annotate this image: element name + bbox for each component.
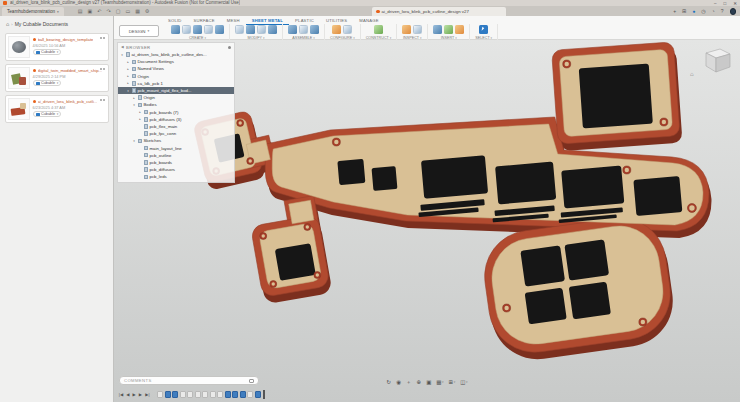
timeline-feature[interactable] [165, 391, 171, 398]
browser-tree-item[interactable]: ▸Document Settings [118, 58, 234, 65]
pan-icon[interactable]: ＋ [406, 379, 412, 386]
ribbon-group-label[interactable]: INSERT ▾ [441, 36, 457, 40]
construction-plane-icon[interactable] [374, 25, 383, 34]
undo-icon[interactable]: ↶ [97, 8, 101, 14]
timeline-feature[interactable] [195, 391, 201, 398]
unfold-icon[interactable] [246, 25, 255, 34]
look-at-icon[interactable]: ◉ [396, 379, 401, 386]
browser-tree-item[interactable]: ▾Bodies [118, 101, 234, 108]
timeline-position-marker[interactable] [263, 390, 265, 399]
collapse-panel-icon[interactable]: ◀ [121, 45, 124, 49]
expand-arrow[interactable]: ▸ [138, 117, 142, 121]
section-analysis-icon[interactable] [413, 25, 422, 34]
ribbon-group-label[interactable]: INSPECT ▾ [403, 36, 421, 40]
orbit-icon[interactable]: ↻ [387, 379, 392, 386]
timeline-feature[interactable] [202, 391, 208, 398]
file-menu-icon[interactable]: ▤ [78, 8, 83, 14]
timeline-feature[interactable] [225, 391, 231, 398]
timeline-feature[interactable] [180, 391, 186, 398]
bend-icon[interactable] [193, 25, 202, 34]
expand-arrow[interactable]: ▾ [132, 103, 136, 107]
ribbon-group-label[interactable]: CREATE ▾ [189, 36, 206, 40]
3d-viewport[interactable]: ◀ BROWSER ▾ai_driven_lora_blink_pcb_cutl… [114, 40, 740, 402]
timeline-feature[interactable] [187, 391, 193, 398]
go-to-end-icon[interactable]: ▶| [144, 392, 150, 397]
extensions-icon[interactable]: ⊞ [682, 8, 686, 15]
step-back-icon[interactable]: ◀ [125, 392, 130, 397]
decal-icon[interactable] [444, 25, 453, 34]
refold-icon[interactable] [257, 25, 266, 34]
minimize-button[interactable]: – [714, 1, 717, 6]
flange-icon[interactable] [171, 25, 180, 34]
viewports-icon[interactable]: ◫▾ [460, 379, 467, 386]
rip-icon[interactable] [215, 25, 224, 34]
ribbon-group-label[interactable]: CONFIGURE ▾ [330, 36, 355, 40]
browser-tree-item[interactable]: ▸Origin [118, 73, 234, 80]
browser-tree-item[interactable]: ▾ai_driven_lora_blink_pcb_cutline_des... [118, 51, 234, 58]
expand-arrow[interactable]: ▸ [126, 67, 130, 71]
browser-tree-item[interactable]: pcb_outline [118, 152, 234, 159]
fit-icon[interactable]: ▣ [426, 379, 431, 386]
browser-tree-item[interactable]: pcb_diffusors [118, 166, 234, 173]
browser-tree-item[interactable]: ▸pcb_boards (7) [118, 109, 234, 116]
expand-arrow[interactable]: ▸ [132, 96, 136, 100]
history-icon[interactable]: ◷ [701, 8, 705, 15]
browser-tree-item[interactable]: pcb_flex_main [118, 123, 234, 130]
configuration-table-icon[interactable] [343, 25, 352, 34]
screenshot-icon[interactable]: ▢ [116, 8, 121, 14]
home-view-icon[interactable]: ⌂ [690, 71, 694, 77]
new-tab-icon[interactable]: + [673, 8, 676, 15]
timeline-feature[interactable] [255, 391, 261, 398]
design-workspace-menu[interactable]: DESIGN ▾ [119, 25, 159, 37]
job-status-icon[interactable]: ● [692, 8, 695, 15]
document-tab[interactable]: ai_driven_lora_blink_pcb_cutline_design … [372, 7, 506, 16]
timeline-feature[interactable] [232, 391, 238, 398]
view-cube-graphic[interactable] [690, 45, 734, 79]
select-icon[interactable] [479, 25, 488, 34]
expand-arrow[interactable]: ▾ [126, 89, 130, 93]
joint-icon[interactable] [299, 25, 308, 34]
expand-arrow[interactable]: ▸ [138, 110, 142, 114]
press-brake-icon[interactable] [235, 25, 244, 34]
breadcrumb[interactable]: ⌂ › My Cubable Documents [0, 19, 113, 33]
play-icon[interactable]: ▶ [132, 392, 137, 397]
configure-icon[interactable] [332, 25, 341, 34]
new-component-icon[interactable] [288, 25, 297, 34]
cubable-badge[interactable]: Cubable▾ [33, 80, 62, 86]
display-settings-icon[interactable]: ▦▾ [436, 379, 443, 386]
save-icon[interactable]: ▣ [88, 8, 93, 14]
insert-mesh-icon[interactable] [455, 25, 464, 34]
browser-tree-item[interactable]: ▾pcb_mount_rigid_flex_bod... [118, 87, 234, 94]
browser-options-icon[interactable] [228, 46, 231, 49]
zoom-icon[interactable]: ⊕ [417, 379, 422, 386]
timeline-feature[interactable] [172, 391, 178, 398]
redo-icon[interactable]: ↷ [106, 8, 110, 14]
grid-snaps-icon[interactable]: ⊞▾ [449, 379, 456, 386]
document-card[interactable]: ball_bearing_design_template4/6/2025 10:… [5, 33, 109, 61]
browser-tree-item[interactable]: pcb_fpc_conn [118, 130, 234, 137]
help-icon[interactable]: ? [721, 8, 724, 15]
user-avatar[interactable] [730, 8, 737, 15]
comments-input[interactable]: COMMENTS [119, 376, 259, 385]
tab-icon[interactable] [204, 25, 213, 34]
fullscreen-icon[interactable]: ▭ [125, 8, 130, 14]
notifications-icon[interactable]: ◔ [712, 8, 715, 15]
step-forward-icon[interactable]: ▶ [138, 392, 143, 397]
ribbon-group-label[interactable]: ASSEMBLE ▾ [292, 36, 314, 40]
timeline-feature[interactable] [217, 391, 223, 398]
hem-icon[interactable] [182, 25, 191, 34]
view-cube[interactable]: ⌂ [690, 45, 734, 79]
expand-arrow[interactable]: ▾ [132, 139, 136, 143]
timeline-feature[interactable] [240, 391, 246, 398]
browser-tree-item[interactable]: ▸ca_ldk_pcb 1 [118, 80, 234, 87]
document-card[interactable]: digital_twin_modded_smart_ship...4/29/20… [5, 64, 109, 92]
timeline-feature[interactable] [247, 391, 253, 398]
expand-arrow[interactable]: ▸ [126, 81, 130, 85]
team-tab[interactable]: Teamhubdemonstration ▾ [2, 7, 64, 16]
measure-icon[interactable] [402, 25, 411, 34]
insert-derive-icon[interactable] [433, 25, 442, 34]
expand-arrow[interactable]: ▾ [120, 53, 124, 57]
expand-arrow[interactable]: ▸ [126, 60, 130, 64]
settings-icon[interactable]: ⚙ [145, 8, 149, 14]
timeline-feature[interactable] [210, 391, 216, 398]
